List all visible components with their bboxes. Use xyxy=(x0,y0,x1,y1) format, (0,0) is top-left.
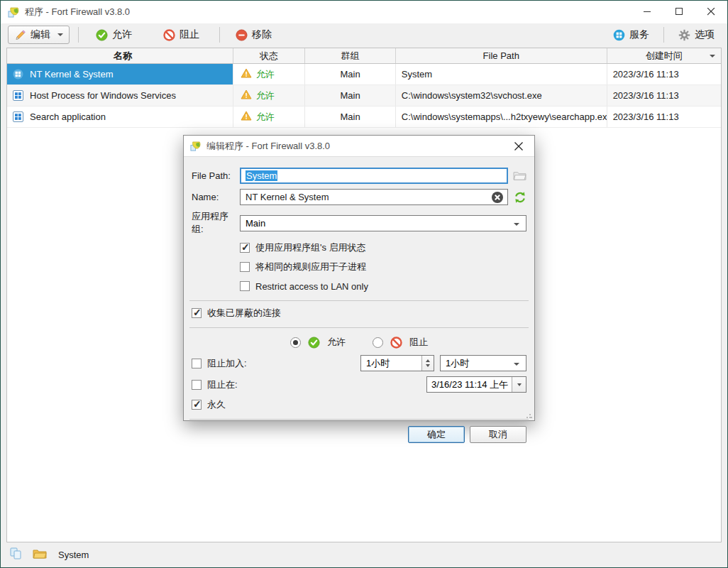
forever-checkbox-row[interactable]: 永久 xyxy=(192,398,526,412)
services-label: 服务 xyxy=(629,28,649,41)
use-group-state-checkbox[interactable] xyxy=(240,243,250,253)
block-icon xyxy=(163,29,175,41)
cell-name[interactable]: Host Process for Windows Services xyxy=(7,85,233,106)
spinner-arrows-icon[interactable] xyxy=(421,356,434,371)
cell-group[interactable]: Main xyxy=(305,106,395,127)
gear-icon xyxy=(678,29,690,41)
titlebar: 程序 - Fort Firewall v3.8.0 xyxy=(1,1,727,23)
remove-button[interactable]: 移除 xyxy=(230,26,277,44)
column-header-name[interactable]: 名称 xyxy=(7,48,233,63)
ok-button[interactable]: 确定 xyxy=(408,426,465,443)
dialog-close-button[interactable] xyxy=(509,137,528,155)
block-in-hours-spinner[interactable]: 1小时 xyxy=(360,355,434,371)
column-header-created[interactable]: 创建时间 xyxy=(607,48,721,63)
browse-folder-icon[interactable] xyxy=(508,170,526,181)
use-group-state-checkbox-row[interactable]: 使用应用程序组's 启用状态 xyxy=(240,241,526,255)
collect-blocked-checkbox[interactable] xyxy=(192,308,202,318)
caption-buttons xyxy=(632,1,727,23)
allow-check-icon xyxy=(308,337,320,349)
table-row[interactable]: NT Kernel & System 允许 Main System 2023/3… xyxy=(7,64,721,85)
resize-grip[interactable] xyxy=(526,412,533,419)
clear-name-icon[interactable] xyxy=(491,191,504,206)
column-header-path[interactable]: File Path xyxy=(396,48,607,63)
maximize-button[interactable] xyxy=(663,1,695,23)
close-button[interactable] xyxy=(695,1,727,23)
name-input[interactable]: NT Kernel & System xyxy=(240,189,508,205)
options-button[interactable]: 选项 xyxy=(673,26,720,44)
block-icon xyxy=(390,337,402,349)
group-row: 应用程序组: Main xyxy=(192,210,526,236)
copy-path-icon[interactable] xyxy=(10,547,23,563)
chevron-down-icon[interactable] xyxy=(512,377,526,392)
warning-icon xyxy=(241,111,252,123)
toolbar: 编辑 允许 阻止 xyxy=(1,23,727,46)
cell-path[interactable]: C:\windows\systemapps\...h2txyewy\search… xyxy=(396,106,607,127)
warning-icon xyxy=(241,89,252,102)
statusbar-path: System xyxy=(58,550,89,560)
app-window: 程序 - Fort Firewall v3.8.0 编辑 xyxy=(0,0,728,568)
table-row[interactable]: Host Process for Windows Services 允许 Mai… xyxy=(7,85,721,106)
windows-app-icon xyxy=(13,111,23,122)
table-row[interactable]: Search application 允许 Main C:\windows\sy… xyxy=(7,106,721,128)
group-combobox[interactable]: Main xyxy=(240,215,526,231)
file-path-value: System xyxy=(246,170,277,181)
cell-path[interactable]: System xyxy=(396,64,607,84)
cell-status[interactable]: 允许 xyxy=(233,85,306,106)
block-at-checkbox[interactable] xyxy=(192,380,202,390)
forever-checkbox[interactable] xyxy=(192,400,202,410)
column-header-group[interactable]: 群组 xyxy=(305,48,395,63)
group-value: Main xyxy=(246,218,265,229)
cell-created[interactable]: 2023/3/16 11:13 xyxy=(607,85,721,106)
services-icon xyxy=(613,29,625,41)
block-at-row: 阻止在: 3/16/23 11:14 上午 xyxy=(192,376,526,393)
block-label: 阻止 xyxy=(180,28,199,41)
allow-label: 允许 xyxy=(112,28,132,41)
file-path-row: File Path: System xyxy=(192,168,526,184)
cell-group[interactable]: Main xyxy=(305,85,395,106)
edit-menu-button[interactable]: 编辑 xyxy=(8,26,70,44)
cell-name[interactable]: NT Kernel & System xyxy=(7,64,233,84)
allow-block-radio-group: 允许 阻止 xyxy=(192,334,526,350)
edit-program-dialog: 编辑程序 - Fort Firewall v3.8.0 File Path: S… xyxy=(183,135,535,421)
collect-blocked-checkbox-row[interactable]: 收集已屏蔽的连接 xyxy=(192,306,526,320)
lan-only-checkbox[interactable] xyxy=(240,281,250,291)
toolbar-separator xyxy=(219,27,220,43)
cell-name[interactable]: Search application xyxy=(7,106,233,127)
cell-status[interactable]: 允许 xyxy=(233,106,306,127)
refresh-name-icon[interactable] xyxy=(508,191,526,204)
block-at-datetime-picker[interactable]: 3/16/23 11:14 上午 xyxy=(426,376,526,393)
name-label: Name: xyxy=(192,192,240,202)
chevron-down-icon xyxy=(57,33,63,36)
window-title: 程序 - Fort Firewall v3.8.0 xyxy=(25,6,130,18)
group-label: 应用程序组: xyxy=(192,210,240,236)
chevron-down-icon xyxy=(514,223,519,226)
block-radio[interactable] xyxy=(373,337,383,348)
file-path-input[interactable]: System xyxy=(240,168,508,184)
allow-button[interactable]: 允许 xyxy=(90,26,138,44)
allow-radio[interactable] xyxy=(290,337,301,348)
cell-status[interactable]: 允许 xyxy=(233,64,306,84)
block-button[interactable]: 阻止 xyxy=(158,26,205,44)
cell-path[interactable]: C:\windows\system32\svchost.exe xyxy=(396,85,607,106)
minimize-button[interactable] xyxy=(632,1,663,23)
statusbar: System xyxy=(1,543,727,567)
remove-label: 移除 xyxy=(252,28,272,41)
block-in-checkbox[interactable] xyxy=(192,359,202,368)
dialog-titlebar: 编辑程序 - Fort Firewall v3.8.0 xyxy=(184,136,534,157)
cell-group[interactable]: Main xyxy=(305,64,395,84)
column-header-status[interactable]: 状态 xyxy=(233,48,306,63)
services-button[interactable]: 服务 xyxy=(607,26,655,44)
child-rules-checkbox[interactable] xyxy=(240,262,250,272)
cancel-button[interactable]: 取消 xyxy=(470,426,526,443)
cell-created[interactable]: 2023/3/16 11:13 xyxy=(607,64,721,84)
dialog-title: 编辑程序 - Fort Firewall v3.8.0 xyxy=(206,140,330,153)
toolbar-separator xyxy=(78,27,79,43)
folder-icon[interactable] xyxy=(33,548,47,562)
app-logo-icon xyxy=(8,6,20,18)
warning-icon xyxy=(241,68,252,80)
block-in-unit-combobox[interactable]: 1小时 xyxy=(440,355,526,371)
child-rules-checkbox-row[interactable]: 将相同的规则应用于子进程 xyxy=(240,260,526,274)
separator xyxy=(189,300,529,301)
lan-only-checkbox-row[interactable]: Restrict access to LAN only xyxy=(240,279,526,293)
cell-created[interactable]: 2023/3/16 11:13 xyxy=(607,106,721,127)
